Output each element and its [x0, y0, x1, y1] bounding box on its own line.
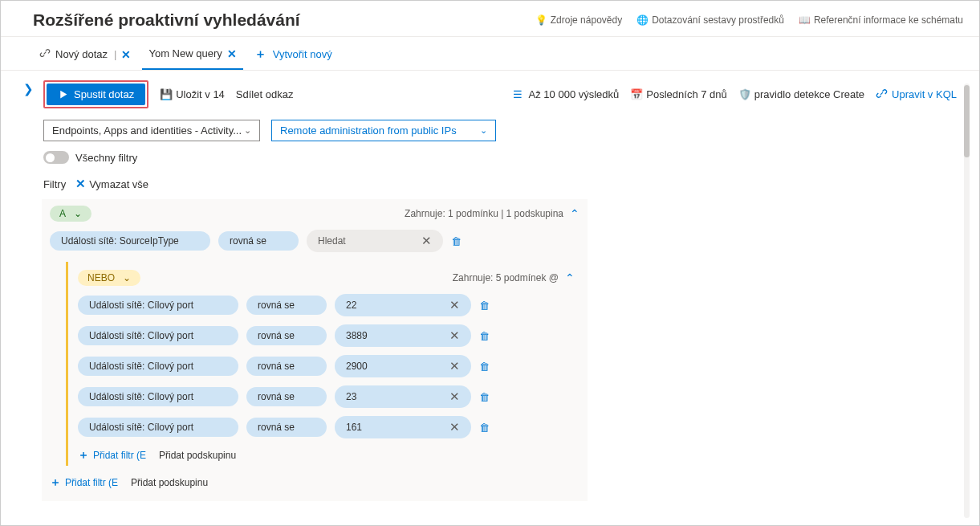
condition-port: Události sítě: Cílový portrovná se2900✕🗑: [78, 355, 575, 377]
edit-kql-label: Upravit v KQL: [892, 88, 957, 100]
operator-pill[interactable]: rovná se: [246, 387, 327, 406]
value-text: 161: [346, 422, 362, 433]
scrollbar[interactable]: [964, 84, 970, 518]
value-text: 23: [346, 391, 356, 402]
value-text: 2900: [346, 361, 368, 372]
add-filter-button[interactable]: ＋ Přidat filtr (E: [50, 475, 118, 490]
dropdown-row: Endpoints, Apps and identities - Activit…: [42, 116, 973, 149]
clear-icon[interactable]: ✕: [449, 389, 460, 404]
group-or-summary: Zahrnuje: 5 podmínek @: [453, 272, 559, 283]
list-icon: ☰: [513, 88, 525, 100]
clear-icon[interactable]: ✕: [449, 328, 460, 343]
resource-queries-link[interactable]: 🌐 Dotazování sestavy prostředků: [636, 14, 784, 27]
close-icon: ✕: [75, 177, 86, 191]
delete-icon[interactable]: 🗑: [479, 300, 490, 312]
globe-icon: 🌐: [636, 14, 649, 27]
operator-pill[interactable]: rovná se: [246, 326, 327, 345]
field-pill[interactable]: Události sítě: Cílový port: [78, 387, 238, 406]
tab-yom-new-query[interactable]: Yom New query ✕: [142, 41, 242, 70]
delete-icon[interactable]: 🗑: [479, 330, 490, 342]
clear-all-button[interactable]: ✕ Vymazat vše: [75, 177, 148, 191]
delete-icon[interactable]: 🗑: [479, 422, 490, 434]
operator-pill[interactable]: rovná se: [218, 231, 299, 251]
collapse-icon[interactable]: ⌃: [565, 271, 575, 284]
close-icon[interactable]: ✕: [227, 47, 237, 60]
query-toolbar: Spustit dotaz 💾 Uložit v 14 Sdílet odkaz…: [42, 79, 973, 116]
group-a-label: A: [59, 208, 66, 219]
operator-pill[interactable]: rovná se: [246, 296, 327, 315]
run-query-button[interactable]: Spustit dotaz: [47, 84, 145, 105]
clear-icon[interactable]: ✕: [449, 298, 460, 312]
group-add-row: ＋ Přidat filtr (E Přidat podskupinu: [50, 475, 579, 490]
activity-dropdown[interactable]: Endpoints, Apps and identities - Activit…: [43, 120, 260, 141]
collapse-icon[interactable]: ⌃: [570, 207, 579, 220]
lightbulb-icon: 💡: [535, 14, 547, 27]
condition-sourceip: Události sítě: SourceIpType rovná se Hle…: [50, 230, 579, 252]
template-dropdown[interactable]: Remote administration from public IPs ⌄: [271, 120, 496, 141]
operator-pill[interactable]: rovná se: [246, 357, 327, 376]
tab-new-query-1[interactable]: Nový dotaz | ✕: [33, 41, 137, 69]
run-query-label: Spustit dotaz: [74, 88, 134, 100]
plus-icon: ＋: [78, 448, 89, 463]
all-filters-toggle[interactable]: [43, 151, 69, 164]
calendar-icon: 📅: [630, 88, 642, 100]
tab-separator: |: [114, 48, 116, 60]
results-limit-label: Až 10 000 výsledků: [529, 88, 620, 100]
value-pill[interactable]: 3889✕: [335, 324, 471, 347]
tab-label: Yom New query: [148, 47, 222, 59]
sidebar-expander[interactable]: ❯: [17, 79, 42, 523]
group-or-header: NEBO ⌄ Zahrnuje: 5 podmínek @ ⌃: [78, 270, 575, 286]
add-filter-button[interactable]: ＋ Přidat filtr (E: [78, 448, 146, 463]
close-icon[interactable]: ✕: [121, 48, 131, 61]
value-text: 22: [346, 300, 356, 311]
field-pill[interactable]: Události sítě: Cílový port: [78, 326, 238, 345]
shield-icon: 🛡️: [738, 88, 750, 100]
value-pill[interactable]: 23✕: [335, 385, 471, 408]
link-icon: [876, 88, 888, 102]
group-a-operator[interactable]: A ⌄: [50, 206, 91, 222]
detection-label: pravidlo detekce Create: [754, 88, 864, 100]
field-pill[interactable]: Události sítě: Cílový port: [78, 357, 238, 376]
delete-icon[interactable]: 🗑: [451, 235, 462, 247]
plus-icon: ＋: [254, 47, 266, 62]
delete-icon[interactable]: 🗑: [479, 361, 490, 373]
save-button[interactable]: 💾 Uložit v 14: [160, 88, 225, 100]
group-or-operator[interactable]: NEBO ⌄: [78, 270, 140, 286]
value-input[interactable]: Hledat ✕: [307, 230, 443, 252]
schema-reference-label: Referenční informace ke schématu: [814, 14, 963, 26]
results-limit[interactable]: ☰ Až 10 000 výsledků: [513, 88, 620, 100]
operator-pill[interactable]: rovná se: [246, 418, 327, 437]
value-pill[interactable]: 161✕: [335, 416, 471, 438]
save-icon: 💾: [160, 88, 172, 100]
content-area: ❯ Spustit dotaz 💾 Uložit v 14 Sdílet odk…: [1, 71, 979, 523]
clear-icon[interactable]: ✕: [421, 234, 432, 248]
clear-icon[interactable]: ✕: [449, 359, 460, 373]
edit-in-kql[interactable]: Upravit v KQL: [876, 88, 957, 102]
field-pill[interactable]: Události sítě: Cílový port: [78, 296, 238, 315]
save-label: Uložit v 14: [176, 88, 225, 100]
condition-port: Události sítě: Cílový portrovná se22✕🗑: [78, 294, 575, 316]
field-pill[interactable]: Události sítě: Cílový port: [78, 418, 238, 437]
tab-create-new[interactable]: ＋ Vytvořit nový: [248, 40, 339, 70]
clear-icon[interactable]: ✕: [449, 420, 460, 434]
condition-port: Události sítě: Cílový portrovná se23✕🗑: [78, 385, 575, 408]
add-subgroup-button[interactable]: Přidat podskupinu: [131, 477, 208, 488]
subgroup-or: NEBO ⌄ Zahrnuje: 5 podmínek @ ⌃ Události…: [66, 262, 579, 466]
create-detection-rule[interactable]: 🛡️ pravidlo detekce Create: [738, 88, 864, 100]
share-link-button[interactable]: Sdílet odkaz: [236, 88, 294, 100]
template-dropdown-label: Remote administration from public IPs: [280, 124, 457, 137]
add-subgroup-button[interactable]: Přidat podskupinu: [159, 450, 236, 461]
group-a-summary: Zahrnuje: 1 podmínku | 1 podskupina: [405, 208, 563, 219]
filters-label: Filtry: [43, 178, 66, 190]
field-pill[interactable]: Události sítě: SourceIpType: [50, 231, 210, 251]
value-pill[interactable]: 22✕: [335, 294, 471, 316]
schema-reference-link[interactable]: 📖 Referenční informace ke schématu: [799, 14, 963, 27]
query-builder: A ⌄ Zahrnuje: 1 podmínku | 1 podskupina …: [42, 199, 588, 501]
delete-icon[interactable]: 🗑: [479, 391, 490, 403]
time-range-label: Posledních 7 dnů: [646, 88, 726, 100]
activity-dropdown-label: Endpoints, Apps and identities - Activit…: [52, 124, 242, 137]
help-link[interactable]: 💡 Zdroje nápovědy: [535, 14, 622, 27]
chevron-down-icon: ⌄: [244, 125, 251, 136]
value-pill[interactable]: 2900✕: [335, 355, 471, 377]
time-range[interactable]: 📅 Posledních 7 dnů: [630, 88, 726, 100]
